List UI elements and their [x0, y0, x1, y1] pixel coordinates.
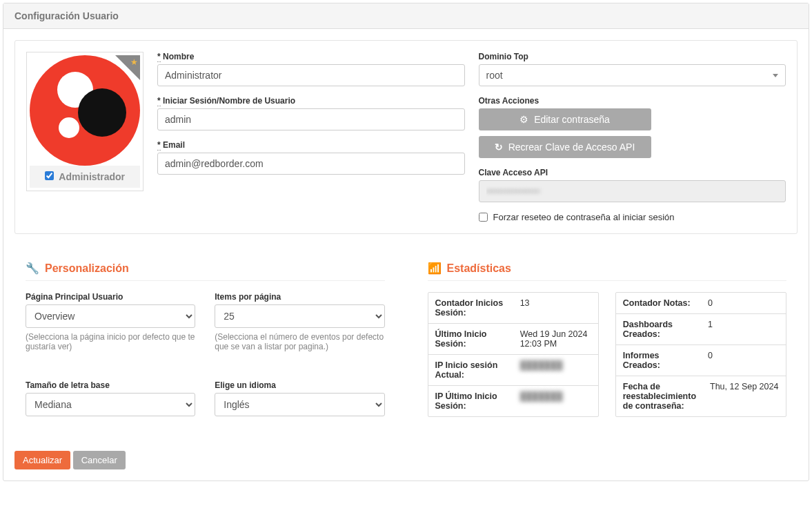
stats-row: Dashboards Creados:1: [616, 314, 786, 345]
gear-icon: [519, 114, 528, 125]
email-input[interactable]: [157, 153, 465, 175]
star-icon: ★: [130, 57, 138, 67]
api-key-field: [479, 180, 786, 202]
other-actions-label: Otras Acciones: [479, 96, 786, 106]
email-label: * Email: [157, 140, 465, 150]
stats-section: 📶 Estadísticas Contador Inicios Sesión:1…: [417, 251, 798, 426]
user-config-panel: Configuración Usuario ★: [3, 3, 809, 481]
stats-table-right: Contador Notas:0Dashboards Creados:1Info…: [615, 292, 786, 417]
login-input[interactable]: [157, 108, 465, 130]
topdomain-select[interactable]: root: [479, 64, 786, 86]
refresh-icon: [495, 142, 503, 153]
update-button[interactable]: Actualizar: [14, 451, 70, 469]
stats-key: Último Inicio Sesión:: [428, 324, 513, 354]
stats-value: Thu, 12 Sep 2024: [703, 376, 786, 416]
chart-icon: 📶: [428, 262, 442, 275]
stats-key: IP Último Inicio Sesión:: [428, 386, 513, 416]
font-size-select[interactable]: Mediana: [26, 393, 195, 416]
chevron-down-icon: [773, 74, 778, 77]
items-per-page-select[interactable]: 25: [215, 304, 384, 328]
stats-value: 1: [701, 314, 786, 345]
language-select[interactable]: Inglés: [215, 393, 384, 416]
panel-title: Configuración Usuario: [3, 3, 809, 29]
stats-key: Fecha de reestablecimiento de contraseña…: [616, 376, 703, 416]
items-per-page-hint: (Selecciona el número de eventos por def…: [215, 332, 384, 351]
topdomain-label: Dominio Top: [479, 52, 786, 61]
home-page-label: Página Principal Usuario: [26, 292, 195, 302]
stats-row: Fecha de reestablecimiento de contraseña…: [616, 376, 786, 416]
api-key-label: Clave Acceso API: [479, 168, 786, 177]
stats-row: Informes Creados:0: [616, 345, 786, 376]
stats-value: Wed 19 Jun 2024 12:03 PM: [513, 324, 598, 354]
main-form-panel: ★ Administrador * Nombre * Iniciar S: [14, 40, 798, 234]
domain-actions-column: Dominio Top root Otras Acciones Editar c…: [479, 52, 786, 222]
stats-title: 📶 Estadísticas: [428, 262, 787, 281]
stats-row: Contador Inicios Sesión:13: [428, 293, 598, 324]
stats-table-left: Contador Inicios Sesión:13Último Inicio …: [428, 292, 599, 417]
stats-value: 0: [701, 345, 786, 376]
stats-row: Último Inicio Sesión:Wed 19 Jun 2024 12:…: [428, 324, 598, 355]
language-label: Elige un idioma: [215, 380, 384, 390]
admin-label: Administrador: [59, 171, 125, 182]
avatar-box: ★ Administrador: [26, 52, 143, 191]
cancel-button[interactable]: Cancelar: [73, 451, 126, 469]
force-reset-checkbox[interactable]: [479, 213, 488, 222]
stats-value: ███████: [513, 386, 598, 416]
stats-row: Contador Notas:0: [616, 293, 786, 314]
stats-row: IP Último Inicio Sesión:███████: [428, 386, 598, 416]
name-label: * Nombre: [157, 52, 465, 61]
force-reset-label: Forzar reseteo de contraseña al iniciar …: [493, 212, 675, 222]
login-label: * Iniciar Sesión/Nombre de Usuario: [157, 96, 465, 106]
admin-checkbox[interactable]: [45, 171, 54, 180]
stats-value: 0: [701, 293, 786, 313]
items-per-page-label: Items por página: [215, 292, 384, 302]
stats-key: Contador Notas:: [616, 293, 701, 313]
personalization-section: 🔧 Personalización Página Principal Usuar…: [14, 251, 396, 426]
footer-actions: Actualizar Cancelar: [14, 440, 798, 469]
stats-key: Informes Creados:: [616, 345, 701, 376]
wrench-icon: 🔧: [26, 262, 39, 275]
font-size-label: Tamaño de letra base: [26, 380, 195, 390]
avatar-column: ★ Administrador: [26, 52, 143, 222]
personalization-title: 🔧 Personalización: [26, 262, 385, 281]
stats-key: Contador Inicios Sesión:: [428, 293, 513, 323]
recreate-api-key-button[interactable]: Recrear Clave de Acceso API: [479, 136, 651, 158]
name-input[interactable]: [157, 64, 465, 86]
identity-fields: * Nombre * Iniciar Sesión/Nombre de Usua…: [157, 52, 465, 222]
stats-value: ███████: [513, 355, 598, 385]
stats-row: IP Inicio sesión Actual:███████: [428, 355, 598, 386]
stats-key: Dashboards Creados:: [616, 314, 701, 345]
edit-password-button[interactable]: Editar contraseña: [479, 108, 651, 130]
home-page-select[interactable]: Overview: [26, 304, 195, 328]
stats-value: 13: [513, 293, 598, 323]
admin-checkbox-row: Administrador: [30, 166, 140, 188]
home-page-hint: (Selecciona la página inicio por defecto…: [26, 332, 195, 351]
stats-key: IP Inicio sesión Actual:: [428, 355, 513, 385]
